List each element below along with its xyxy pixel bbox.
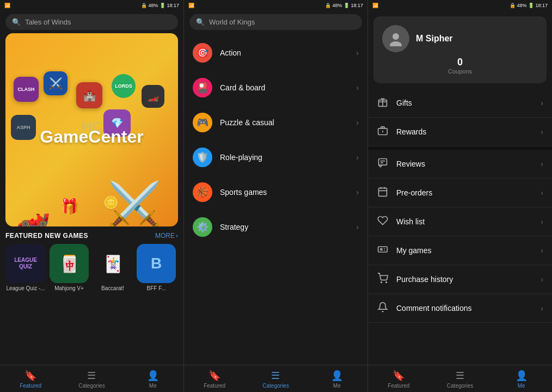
- search-text-1: Tales of Winds: [25, 18, 71, 26]
- menu-rewards[interactable]: Rewards ›: [368, 118, 552, 146]
- nav-featured-label-1: Featured: [20, 383, 41, 389]
- nav-categories-2[interactable]: ☰ Categories: [245, 365, 306, 392]
- my-games-label: My games: [396, 246, 533, 255]
- category-puzzle[interactable]: 🎮 Puzzle & casual ›: [184, 105, 367, 140]
- purchase-history-label: Purchase history: [396, 275, 533, 284]
- svg-rect-5: [379, 159, 387, 166]
- menu-comment-notifications[interactable]: Comment notifications ›: [368, 294, 552, 323]
- nav-categories-label-3: Categories: [447, 383, 473, 389]
- categories-nav-icon-2: ☰: [271, 370, 280, 382]
- nav-categories-3[interactable]: ☰ Categories: [430, 365, 491, 392]
- search-icon-2: 🔍: [196, 18, 205, 26]
- category-action[interactable]: 🎯 Action ›: [184, 35, 367, 70]
- gifts-icon: [377, 96, 389, 109]
- action-label: Action: [220, 48, 348, 57]
- menu-reviews[interactable]: Reviews ›: [368, 150, 552, 179]
- nav-me-label-1: Me: [149, 383, 157, 389]
- featured-section-header: FEATURED NEW GAMES MORE ›: [0, 226, 183, 242]
- card-board-label: Card & board: [220, 83, 348, 92]
- game-name-bff: BFF F...: [136, 285, 176, 291]
- svg-point-13: [381, 248, 382, 250]
- strategy-label: Strategy: [220, 223, 348, 231]
- menu-preorders[interactable]: Pre-orders ›: [368, 179, 552, 207]
- wishlist-label: Wish list: [396, 217, 533, 226]
- game-name-league: League Quiz -...: [5, 285, 46, 291]
- nav-me-1[interactable]: 👤 Me: [122, 365, 183, 392]
- puzzle-label: Puzzle & casual: [220, 118, 348, 127]
- menu-purchase-history[interactable]: Purchase history ›: [368, 265, 552, 294]
- rpg-chevron: ›: [356, 153, 359, 162]
- game-item-baccarat[interactable]: 🃏 Baccarat!: [93, 244, 133, 291]
- games-row: LEAGUEQUIZ League Quiz -... 🀄 Mahjong V+…: [0, 242, 183, 296]
- gifts-label: Gifts: [396, 99, 533, 107]
- category-rpg[interactable]: 🛡️ Role-playing ›: [184, 140, 367, 175]
- featured-nav-icon-1: 🔖: [24, 370, 36, 382]
- me-nav-icon-2: 👤: [331, 370, 343, 382]
- card-board-chevron: ›: [356, 83, 359, 92]
- purchase-history-chevron: ›: [541, 275, 543, 284]
- puzzle-chevron: ›: [356, 118, 359, 127]
- preorders-chevron: ›: [541, 188, 543, 197]
- status-bar-2: 📶 🔒 48% 🔋 18:17: [184, 0, 367, 11]
- menu-wishlist[interactable]: Wish list ›: [368, 207, 552, 236]
- rpg-icon: 🛡️: [193, 148, 212, 167]
- menu-gifts[interactable]: Gifts ›: [368, 89, 552, 118]
- nav-categories-1[interactable]: ☰ Categories: [61, 365, 122, 392]
- category-strategy[interactable]: ⚙️ Strategy ›: [184, 210, 367, 244]
- banner-title: GameCenter: [40, 127, 143, 147]
- svg-point-0: [392, 33, 399, 40]
- panel-categories: 📶 🔒 48% 🔋 18:17 🔍 World of Kings 🎯 Actio…: [184, 0, 368, 392]
- gifts-chevron: ›: [541, 99, 543, 107]
- nav-me-2[interactable]: 👤 Me: [306, 365, 367, 392]
- panel-me: 📶 🔒 48% 🔋 18:17 M Sipher 0 Coupons: [368, 0, 552, 392]
- game-name-mahjong: Mahjong V+: [49, 285, 89, 291]
- search-icon-1: 🔍: [12, 18, 21, 26]
- category-card-board[interactable]: 🎴 Card & board ›: [184, 70, 367, 105]
- search-bar-2[interactable]: 🔍 World of Kings: [189, 14, 362, 30]
- reviews-icon: [377, 157, 389, 170]
- menu-my-games[interactable]: My games ›: [368, 236, 552, 265]
- coupon-label: Coupons: [382, 68, 538, 75]
- status-bar-3: 📶 🔒 48% 🔋 18:17: [368, 0, 552, 11]
- nav-categories-label-1: Categories: [78, 383, 105, 389]
- card-board-icon: 🎴: [193, 78, 212, 97]
- reviews-label: Reviews: [396, 160, 533, 168]
- nav-featured-2[interactable]: 🔖 Featured: [184, 365, 245, 392]
- nav-featured-3[interactable]: 🔖 Featured: [368, 365, 430, 392]
- comment-notifications-icon: [377, 302, 389, 315]
- game-item-bff[interactable]: B BFF F...: [136, 244, 176, 291]
- more-button[interactable]: MORE ›: [155, 232, 178, 240]
- wishlist-icon: [377, 215, 389, 228]
- nav-me-3[interactable]: 👤 Me: [490, 365, 552, 392]
- nav-me-label-2: Me: [333, 383, 341, 389]
- banner-decorations: CLASH ⚔️ 🏰 LORDS 🏎️ ASPH 💎 ⚔️ 🏎️ 🎁 🪙: [5, 71, 178, 226]
- reviews-chevron: ›: [541, 160, 543, 168]
- me-nav-icon-3: 👤: [516, 370, 528, 382]
- featured-nav-icon-3: 🔖: [392, 370, 404, 382]
- purchase-history-icon: [377, 273, 389, 286]
- game-item-mahjong[interactable]: 🀄 Mahjong V+: [49, 244, 89, 291]
- action-chevron: ›: [356, 48, 359, 57]
- preorders-icon: [377, 186, 389, 199]
- sports-icon: 🏀: [193, 182, 212, 202]
- rewards-label: Rewards: [396, 127, 533, 136]
- featured-new-games-label: FEATURED NEW GAMES: [5, 232, 88, 240]
- wishlist-chevron: ›: [541, 217, 543, 226]
- game-item-league[interactable]: LEAGUEQUIZ League Quiz -...: [5, 244, 46, 291]
- comment-notifications-label: Comment notifications: [396, 304, 533, 313]
- game-name-baccarat: Baccarat!: [93, 285, 133, 291]
- rpg-label: Role-playing: [220, 153, 348, 162]
- bottom-nav-1: 🔖 Featured ☰ Categories 👤 Me: [0, 365, 183, 392]
- category-sports[interactable]: 🏀 Sports games ›: [184, 175, 367, 210]
- preorders-label: Pre-orders: [396, 188, 533, 197]
- nav-featured-label-2: Featured: [204, 383, 225, 389]
- my-games-chevron: ›: [541, 246, 543, 255]
- search-bar-1[interactable]: 🔍 Tales of Winds: [5, 14, 178, 30]
- nav-featured-1[interactable]: 🔖 Featured: [0, 365, 61, 392]
- bottom-nav-2: 🔖 Featured ☰ Categories 👤 Me: [184, 365, 367, 392]
- me-nav-icon-1: 👤: [147, 370, 159, 382]
- profile-row: M Sipher: [382, 25, 538, 52]
- nav-featured-label-3: Featured: [388, 383, 409, 389]
- nav-categories-label-2: Categories: [262, 383, 289, 389]
- sports-chevron: ›: [356, 188, 359, 197]
